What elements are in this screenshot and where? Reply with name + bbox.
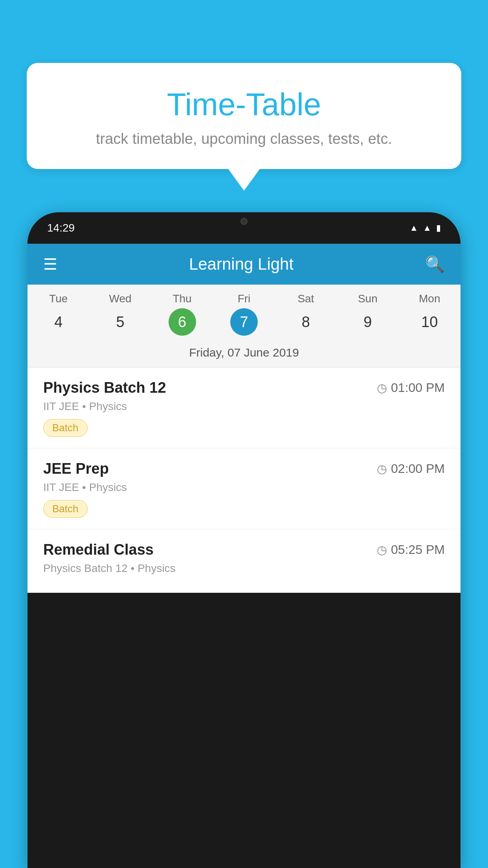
speech-bubble-title: Time-Table <box>46 86 442 123</box>
signal-icon: ▲ <box>423 223 431 233</box>
day-name-thu: Thu <box>172 292 191 305</box>
class-time-value-2: 02:00 PM <box>391 462 445 476</box>
batch-badge-1: Batch <box>43 419 88 437</box>
hamburger-icon[interactable]: ☰ <box>43 255 57 273</box>
class-meta-1: IIT JEE • Physics <box>43 400 445 413</box>
class-meta-3: Physics Batch 12 • Physics <box>43 562 445 575</box>
battery-icon: ▮ <box>436 223 441 233</box>
speech-bubble-arrow <box>228 169 260 191</box>
class-time-value-3: 05:25 PM <box>391 542 445 557</box>
day-col-mon[interactable]: Mon 10 <box>399 292 460 336</box>
day-name-wed: Wed <box>109 292 132 305</box>
day-name-tue: Tue <box>49 292 68 305</box>
day-num-tue: 4 <box>45 308 72 336</box>
day-num-sat: 8 <box>292 308 319 336</box>
clock-icon-3: ◷ <box>377 543 387 557</box>
speech-bubble-container: Time-Table track timetable, upcoming cla… <box>27 63 461 191</box>
class-item-1-header: Physics Batch 12 ◷ 01:00 PM <box>43 379 445 396</box>
class-list: Physics Batch 12 ◷ 01:00 PM IIT JEE • Ph… <box>28 368 460 593</box>
day-num-sun: 9 <box>354 308 382 336</box>
phone-notch <box>220 212 268 230</box>
status-time: 14:29 <box>47 222 75 234</box>
days-row: Tue 4 Wed 5 Thu 6 Fri 7 Sat 8 Sun 9 <box>28 292 460 340</box>
phone-mockup: 14:29 ▲ ▲ ▮ ☰ Learning Light 🔍 Tue 4 Wed… <box>28 212 460 868</box>
class-time-1: ◷ 01:00 PM <box>377 381 445 395</box>
class-meta-2: IIT JEE • Physics <box>43 481 445 494</box>
wifi-icon: ▲ <box>409 223 418 233</box>
day-col-thu[interactable]: Thu 6 <box>151 292 213 336</box>
app-bar-title: Learning Light <box>189 255 294 274</box>
class-item-1[interactable]: Physics Batch 12 ◷ 01:00 PM IIT JEE • Ph… <box>28 368 460 448</box>
day-num-fri: 7 <box>230 308 258 336</box>
day-col-sat[interactable]: Sat 8 <box>275 292 337 336</box>
class-time-2: ◷ 02:00 PM <box>377 462 445 476</box>
day-col-tue[interactable]: Tue 4 <box>28 292 89 336</box>
class-time-3: ◷ 05:25 PM <box>377 542 445 557</box>
day-col-fri[interactable]: Fri 7 <box>213 292 275 336</box>
day-col-wed[interactable]: Wed 5 <box>89 292 151 336</box>
class-item-2[interactable]: JEE Prep ◷ 02:00 PM IIT JEE • Physics Ba… <box>28 449 460 529</box>
app-bar: ☰ Learning Light 🔍 <box>28 244 460 285</box>
class-item-3-header: Remedial Class ◷ 05:25 PM <box>43 541 445 558</box>
day-name-fri: Fri <box>238 292 251 305</box>
speech-bubble: Time-Table track timetable, upcoming cla… <box>27 63 461 169</box>
speech-bubble-subtitle: track timetable, upcoming classes, tests… <box>46 131 442 147</box>
day-num-wed: 5 <box>106 308 134 336</box>
class-name-3: Remedial Class <box>43 541 154 558</box>
class-name-2: JEE Prep <box>43 460 109 477</box>
class-item-3[interactable]: Remedial Class ◷ 05:25 PM Physics Batch … <box>28 530 460 592</box>
day-col-sun[interactable]: Sun 9 <box>337 292 398 336</box>
selected-date-label: Friday, 07 June 2019 <box>28 340 460 368</box>
class-name-1: Physics Batch 12 <box>43 379 166 396</box>
calendar-strip: Tue 4 Wed 5 Thu 6 Fri 7 Sat 8 Sun 9 <box>28 285 460 368</box>
day-name-sun: Sun <box>358 292 378 305</box>
class-item-2-header: JEE Prep ◷ 02:00 PM <box>43 460 445 477</box>
batch-badge-2: Batch <box>43 500 88 518</box>
day-num-thu: 6 <box>169 308 196 336</box>
camera-dot <box>240 218 248 225</box>
clock-icon-2: ◷ <box>377 462 387 476</box>
day-num-mon: 10 <box>416 308 443 336</box>
day-name-mon: Mon <box>419 292 440 305</box>
clock-icon-1: ◷ <box>377 381 387 395</box>
class-time-value-1: 01:00 PM <box>391 381 445 395</box>
status-bar: 14:29 ▲ ▲ ▮ <box>28 212 460 244</box>
status-icons: ▲ ▲ ▮ <box>409 223 441 233</box>
search-icon[interactable]: 🔍 <box>425 255 445 274</box>
day-name-sat: Sat <box>297 292 314 305</box>
